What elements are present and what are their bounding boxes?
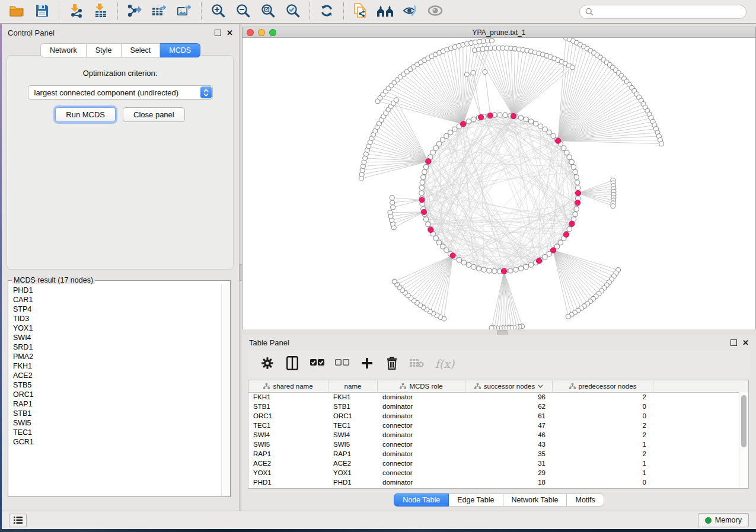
- criterion-dropdown[interactable]: largest connected component (undirected): [28, 85, 213, 100]
- table-scrollbar[interactable]: [739, 392, 748, 488]
- table-row[interactable]: YOX1YOX1connector291: [248, 468, 739, 477]
- tab-edge-table[interactable]: Edge Table: [449, 493, 503, 507]
- list-item[interactable]: STB1: [9, 409, 221, 418]
- float-table-panel-icon[interactable]: [731, 339, 737, 346]
- dominator-node[interactable]: [536, 258, 541, 264]
- dominator-node[interactable]: [575, 190, 580, 196]
- show-all-button[interactable]: [423, 2, 448, 22]
- list-item[interactable]: TID3: [9, 314, 221, 323]
- table-row[interactable]: TEC1TEC1connector472: [248, 421, 739, 430]
- list-item[interactable]: GCR1: [9, 437, 221, 447]
- column-header-shared-name[interactable]: shared name: [248, 380, 328, 392]
- zoom-selected-button[interactable]: [280, 2, 305, 22]
- network-window-titlebar[interactable]: YPA_prune.txt_1: [243, 27, 755, 38]
- list-item[interactable]: PHD1: [9, 286, 221, 295]
- open-folder-icon: [9, 4, 25, 19]
- dominator-node[interactable]: [419, 197, 425, 203]
- zoom-in-button[interactable]: [206, 2, 231, 22]
- deselect-all-button[interactable]: [332, 354, 352, 374]
- import-network-button[interactable]: [63, 2, 88, 22]
- list-item[interactable]: SRD1: [9, 342, 221, 352]
- list-item[interactable]: SWI5: [9, 418, 221, 428]
- zoom-fit-button[interactable]: [256, 2, 280, 22]
- list-item[interactable]: ACE2: [9, 371, 221, 380]
- list-item[interactable]: TEC1: [9, 428, 221, 437]
- dominator-node[interactable]: [575, 200, 580, 206]
- list-item[interactable]: STP4: [9, 305, 221, 314]
- tab-network-table[interactable]: Network Table: [503, 493, 567, 507]
- tab-mcds[interactable]: MCDS: [160, 43, 200, 57]
- horizontal-splitter[interactable]: [242, 329, 756, 335]
- table-row[interactable]: PHD1PHD1dominator180: [248, 477, 739, 487]
- float-panel-icon[interactable]: [215, 30, 221, 36]
- list-item[interactable]: FKH1: [9, 361, 221, 371]
- list-item[interactable]: CAR1: [9, 295, 221, 305]
- cell-shared-name: YOX1: [248, 469, 328, 476]
- dominator-node[interactable]: [450, 253, 455, 258]
- save-button[interactable]: [30, 2, 55, 22]
- export-table-button[interactable]: [147, 2, 172, 22]
- dominator-node[interactable]: [460, 121, 465, 127]
- run-mcds-button[interactable]: Run MCDS: [55, 107, 116, 122]
- close-panel-icon[interactable]: ✕: [227, 29, 233, 37]
- dominator-node[interactable]: [556, 138, 561, 143]
- search-box[interactable]: [579, 5, 747, 19]
- table-row[interactable]: ORC1ORC1dominator610: [248, 411, 739, 421]
- dominator-node[interactable]: [479, 114, 484, 120]
- export-image-button[interactable]: [172, 2, 197, 22]
- network-canvas[interactable]: [243, 38, 755, 329]
- column-header-successor-nodes[interactable]: successor nodes: [465, 380, 553, 392]
- dominator-node[interactable]: [563, 232, 569, 237]
- table-row[interactable]: SWI4SWI4dominator462: [248, 430, 739, 440]
- table-row[interactable]: STB1STB1dominator620: [248, 402, 739, 411]
- list-item[interactable]: SWI4: [9, 333, 221, 342]
- select-all-button[interactable]: [307, 354, 327, 374]
- column-header-MCDS-role[interactable]: MCDS role: [378, 380, 465, 392]
- dominator-node[interactable]: [569, 221, 575, 226]
- zoom-out-button[interactable]: [231, 2, 256, 22]
- dominator-node[interactable]: [550, 248, 556, 253]
- dominator-node[interactable]: [428, 227, 433, 232]
- tab-network[interactable]: Network: [40, 43, 87, 57]
- export-network-button[interactable]: [122, 2, 147, 22]
- add-column-button[interactable]: [357, 354, 377, 374]
- column-visibility-button[interactable]: [282, 354, 302, 374]
- dominator-node[interactable]: [426, 159, 431, 164]
- delete-column-button[interactable]: [382, 354, 402, 374]
- first-neighbors-button[interactable]: [373, 2, 398, 22]
- memory-button[interactable]: Memory: [698, 513, 749, 527]
- gear-button[interactable]: [257, 354, 277, 374]
- mcds-list-scrollbar[interactable]: [221, 284, 230, 496]
- table-row[interactable]: ACE2ACE2connector311: [248, 459, 739, 468]
- dominator-node[interactable]: [501, 268, 506, 274]
- column-header-predecessor-nodes[interactable]: predecessor nodes: [553, 380, 653, 392]
- new-network-from-selection-button[interactable]: [348, 2, 373, 22]
- list-item[interactable]: PMA2: [9, 352, 221, 361]
- import-table-button[interactable]: [88, 2, 113, 22]
- dominator-node[interactable]: [487, 113, 493, 118]
- list-item[interactable]: RAP1: [9, 399, 221, 409]
- open-folder-button[interactable]: [5, 2, 30, 22]
- close-table-panel-icon[interactable]: ✕: [742, 339, 749, 347]
- dominator-node[interactable]: [511, 113, 516, 118]
- tab-style[interactable]: Style: [87, 43, 122, 57]
- table-scrollbar-thumb[interactable]: [741, 395, 747, 447]
- table-row[interactable]: FKH1FKH1dominator962: [248, 392, 739, 402]
- tab-node-table[interactable]: Node Table: [394, 493, 449, 507]
- hide-selection-button[interactable]: [398, 2, 423, 22]
- list-item[interactable]: STB5: [9, 380, 221, 390]
- table-row[interactable]: RAP1RAP1dominator352: [248, 449, 739, 459]
- column-header-name[interactable]: name: [328, 380, 378, 392]
- list-item[interactable]: YOX1: [9, 323, 221, 333]
- zoom-in-icon: [211, 4, 226, 20]
- dominator-node[interactable]: [421, 209, 426, 214]
- tab-select[interactable]: Select: [122, 43, 161, 57]
- refresh-button[interactable]: [314, 2, 339, 22]
- cell-name: SWI4: [328, 431, 378, 438]
- tab-motifs[interactable]: Motifs: [567, 493, 604, 507]
- table-row[interactable]: SWI5SWI5connector431: [248, 440, 739, 449]
- list-item[interactable]: ORC1: [9, 390, 221, 399]
- network-list-button[interactable]: [9, 514, 27, 527]
- search-input[interactable]: [597, 7, 741, 17]
- close-panel-button[interactable]: Close panel: [123, 107, 185, 122]
